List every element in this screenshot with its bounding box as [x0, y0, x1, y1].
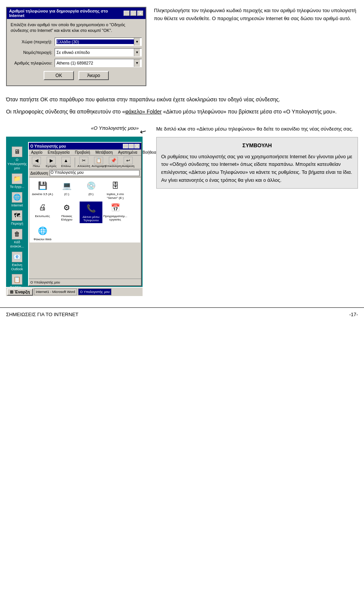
menu-edit[interactable]: Επεξεργασία: [46, 150, 71, 155]
dialog-instructions: Επιλέξτε έναν αριθμό τον οποίο θα χρησιμ…: [11, 22, 142, 34]
dialog-title: Αριθμοί τηλεφώνου για δημιουργία σύνδεση…: [9, 9, 124, 18]
tip-box-title: ΣΥΜΒΟΥΛΗ: [161, 141, 353, 150]
region-dropdown-arrow[interactable]: ▼: [134, 49, 140, 56]
menu-help[interactable]: Βοήθεια: [141, 150, 158, 155]
region-dropdown[interactable]: Σε εθνικό επίπεδο ▼: [55, 48, 142, 57]
icon-floppy[interactable]: 💾 Δισκέτα 3,5 (Α:): [31, 180, 54, 200]
footer-left: ΣΗΜΕΙΩΣΕΙΣ ΓΙΑ ΤΟ INTERNET: [6, 312, 78, 317]
dialup-label: Δίκτυο μέσω Τηλεφώνου: [80, 215, 102, 222]
scheduled-tasks-icon: 📅: [109, 202, 121, 214]
sidebar-icon-recycle[interactable]: 🗑 Κάδ ανακύκ...: [8, 228, 27, 249]
sidebar-icon-outlook[interactable]: 📧 Εικόνη Outlook: [8, 251, 27, 272]
region-value: Σε εθνικό επίπεδο: [56, 50, 134, 55]
printers-icon: 🖨: [36, 202, 49, 214]
bottom-section: «Ο Υπολογιστής μου» ↙ 🖥 Ο Υπολογιστής μο…: [0, 122, 364, 300]
dialog-title-buttons: _ □ ✕: [124, 11, 143, 16]
win98-toolbar: ◀ Πίσω ▶ Εμπρός ▲ Επάνω ✂ Αποκοπή: [29, 156, 141, 169]
status-text: Ο Υπολογιστής μου: [30, 280, 60, 284]
toolbar-back-label: Πίσω: [33, 164, 40, 168]
taskbar-word[interactable]: internet1 - Microsoft Word: [34, 288, 77, 295]
control-panel-icon: ⚙: [61, 202, 73, 214]
region-row: Νομός/περιοχή: Σε εθνικό επίπεδο ▼: [11, 48, 142, 57]
floppy-icon: 💾: [36, 180, 49, 192]
win98-title-text: Ο Υπολογιστής μου: [30, 144, 66, 148]
dialog-maximize-button[interactable]: □: [130, 11, 136, 16]
callout-label: «Ο Υπολογιστής μου»: [91, 125, 139, 131]
icon-dialup-networking[interactable]: 📞 Δίκτυο μέσω Τηλεφώνου: [80, 202, 102, 223]
icon-d-drive[interactable]: 💿 (D:): [80, 180, 102, 200]
c-drive-label: (C:): [64, 192, 69, 196]
toolbar-forward[interactable]: ▶ Εμπρός: [44, 156, 58, 168]
icon-web-folders[interactable]: 🌐 Φάκελοι Web: [31, 225, 54, 241]
start-button[interactable]: ⊞ Έναρξη: [7, 288, 33, 296]
my-computer-icon: 🖥: [12, 146, 22, 157]
icon-control-panel[interactable]: ⚙ Πίνακας Ελέγχου: [55, 202, 78, 223]
sidebar-icon-region-label: Περιοχή: [11, 222, 23, 226]
taskbar-word-label: internet1 - Microsoft Word: [36, 290, 75, 294]
recycle-icon: 🗑: [12, 229, 22, 239]
icon-c-drive[interactable]: 💻 (C:): [55, 180, 78, 200]
scheduled-tasks-label: Προγραμματισμ... εργασίες: [104, 214, 127, 222]
address-value: Ο Υπολογιστής μου: [51, 170, 84, 175]
d-drive-icon: 💿: [85, 180, 97, 192]
country-row: Χώρα (περιοχή): Ελλάδα (30) ▼: [11, 38, 142, 46]
sidebar-icon-pavek[interactable]: 📋 ΠΑΒΕΚ...: [8, 273, 27, 287]
toolbar-copy[interactable]: 📋 Αντιγραφή: [92, 156, 105, 168]
ok-button[interactable]: ΟΚ: [44, 71, 74, 80]
win98-title-buttons: _ □ ✕: [123, 144, 140, 148]
dialog-close-button[interactable]: ✕: [137, 11, 143, 16]
top-section: Αριθμοί τηλεφώνου για δημιουργία σύνδεση…: [0, 0, 364, 90]
web-folders-label: Φάκελοι Web: [33, 238, 51, 241]
menu-file[interactable]: Αρχείο: [30, 150, 44, 155]
phone-label: Αριθμός τηλεφώνου:: [11, 61, 52, 65]
toolbar-paste[interactable]: 📌 Επικόλληση: [107, 156, 120, 168]
documents-icon: 📁: [12, 173, 22, 184]
toolbar-cut-icon: ✂: [79, 157, 88, 164]
menu-favorites[interactable]: Αγαπημένα: [116, 150, 139, 155]
right-tips-column: Με διπλό κλικ στο «Δίκτυο μέσω τηλεφώνου…: [156, 125, 358, 296]
toolbar-cut-label: Αποκοπή: [77, 164, 90, 168]
footer-right: -17-: [349, 312, 358, 317]
win98-taskbar: ⊞ Έναρξη internet1 - Microsoft Word Ο Υπ…: [6, 287, 143, 296]
sidebar-icon-internet[interactable]: 🌐 Internet: [8, 191, 27, 208]
callout-arrow-icon: ↙: [138, 126, 148, 137]
cancel-button[interactable]: Άκυρο: [78, 71, 109, 80]
toolbar-cut[interactable]: ✂ Αποκοπή: [77, 156, 91, 168]
win98-maximize-button[interactable]: □: [129, 144, 134, 148]
toolbar-copy-icon: 📋: [94, 157, 103, 164]
dialog-title-bar: Αριθμοί τηλεφώνου για δημιουργία σύνδεση…: [7, 8, 146, 19]
sidebar-icon-my-computer[interactable]: 🖥 Ο Υπολογιστής μου: [8, 146, 27, 171]
middle-para2-part2: «Δίκτυο μέσω τηλεφώνου» που βρίσκετε μέσ…: [162, 109, 337, 115]
win98-close-button[interactable]: ✕: [134, 144, 140, 148]
sidebar-icon-documents[interactable]: 📁 Τα έγγρ...: [8, 173, 27, 190]
menu-view[interactable]: Προβολή: [73, 150, 91, 155]
menu-go[interactable]: Μετάβαση: [94, 150, 115, 155]
country-dropdown-arrow[interactable]: ▼: [134, 38, 140, 46]
toolbar-undo[interactable]: ↩ Αναίρεση: [121, 156, 135, 168]
dialog-buttons: ΟΚ Άκυρο: [11, 71, 142, 80]
icon-scheduled-tasks[interactable]: 📅 Προγραμματισμ... εργασίες: [104, 202, 127, 223]
icon-printers[interactable]: 🖨 Εκτυπωτές: [31, 202, 54, 223]
sidebar-icon-region[interactable]: 🗺 Περιοχή: [8, 209, 27, 227]
toolbar-copy-label: Αντιγραφή: [92, 164, 106, 168]
toolbar-forward-icon: ▶: [47, 157, 56, 164]
country-label: Χώρα (περιοχή):: [11, 39, 52, 44]
phone-dropdown-arrow[interactable]: ▼: [134, 59, 140, 67]
start-windows-icon: ⊞: [10, 290, 13, 295]
toolbar-up[interactable]: ▲ Επάνω: [59, 156, 73, 168]
phone-dropdown[interactable]: Athens (1) 6898272 ▼: [55, 59, 142, 67]
country-dropdown[interactable]: Ελλάδα (30) ▼: [55, 38, 142, 46]
icon-network-drive[interactable]: 🗄 Ioylios_ii στο "Server" (E:): [104, 180, 127, 200]
sidebar-icon-outlook-label: Εικόνη Outlook: [8, 263, 26, 271]
pavek-icon: 📋: [12, 274, 22, 285]
win98-minimize-button[interactable]: _: [123, 144, 128, 148]
taskbar-my-computer[interactable]: Ο Υπολογιστής μου: [78, 288, 111, 295]
address-input[interactable]: Ο Υπολογιστής μου: [50, 170, 140, 176]
toolbar-paste-icon: 📌: [109, 157, 118, 164]
dialog-minimize-button[interactable]: _: [124, 11, 130, 16]
toolbar-back[interactable]: ◀ Πίσω: [30, 156, 43, 168]
dialog-body: Επιλέξτε έναν αριθμό τον οποίο θα χρησιμ…: [7, 19, 146, 85]
middle-para2-link[interactable]: φάκελο» Folder: [125, 109, 162, 115]
win98-content-area: 💾 Δισκέτα 3,5 (Α:) 💻 (C:) 💿 (D:): [30, 178, 140, 243]
right-intro-text: Πληκτρολογήστε τον τηλεφωνικό κωδικό περ…: [154, 7, 358, 86]
